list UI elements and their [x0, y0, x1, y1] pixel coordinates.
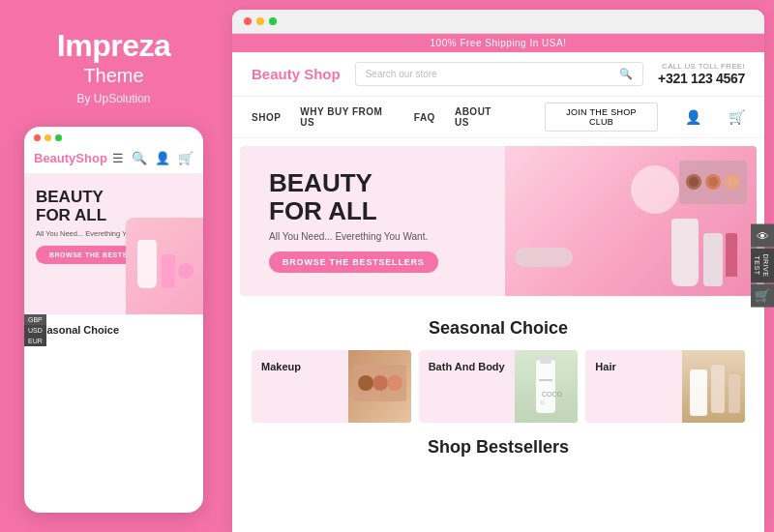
seasonal-card-makeup[interactable]: Makeup	[252, 350, 411, 423]
cosm-round	[631, 165, 679, 214]
mobile-menu-icon[interactable]: ☰	[112, 151, 124, 165]
svg-text:COCO: COCO	[542, 391, 563, 398]
svg-rect-19	[690, 369, 707, 416]
site-nav: SHOP WHY BUY FROM US FAQ ABOUT US JOIN T…	[232, 97, 764, 138]
cosm-bottle2	[703, 233, 723, 286]
seasonal-card-bath[interactable]: Bath And Body	[419, 350, 579, 423]
seasonal-title: Seasonal Choice	[252, 318, 745, 339]
browser-chrome	[232, 10, 764, 34]
left-panel: Impreza Theme By UpSolution BeautyShop ☰…	[0, 0, 227, 532]
palette-svg	[679, 161, 747, 204]
logo-beauty: Beauty	[252, 66, 300, 82]
makeup-label: Makeup	[261, 360, 301, 373]
join-club-btn[interactable]: JOIN THE SHOP CLUB	[545, 103, 658, 132]
brand-name: Impreza	[57, 29, 170, 63]
mobile-user-icon[interactable]: 👤	[155, 151, 170, 165]
mobile-dot-red	[34, 134, 41, 141]
currency-selector: GBP USD EUR	[24, 314, 46, 346]
hair-label: Hair	[595, 360, 615, 373]
phone-number: +321 123 4567	[658, 71, 745, 86]
contact-info: CALL US TOLL FREE! +321 123 4567	[658, 62, 745, 86]
bath-svg: COCO IL	[515, 350, 578, 423]
float-test-btn[interactable]: TESTDRIVE	[751, 249, 774, 283]
bestsellers-section: Shop Bestsellers	[232, 432, 764, 479]
hair-image	[682, 350, 745, 423]
svg-point-10	[372, 375, 388, 391]
mobile-mockup: BeautyShop ☰ 🔍 👤 🛒 BEAUTYFOR ALL All You…	[24, 127, 203, 513]
hero-image	[505, 146, 757, 296]
brand-subtitle: Theme	[83, 65, 143, 87]
nav-cart-icon[interactable]: 🛒	[729, 109, 745, 125]
hair-svg	[682, 350, 745, 423]
float-cart-btn[interactable]: 🛒	[751, 283, 774, 307]
svg-rect-15	[539, 379, 552, 381]
seasonal-grid: Makeup	[252, 350, 745, 423]
nav-user-icon[interactable]: 👤	[685, 109, 701, 125]
search-placeholder: Search our store	[366, 69, 437, 79]
makeup-svg	[348, 350, 411, 423]
mobile-seasonal: Seasonal Choice	[24, 314, 203, 340]
mobile-logo: BeautyShop	[34, 151, 107, 165]
seasonal-card-hair[interactable]: Hair	[585, 350, 745, 423]
nav-shop[interactable]: SHOP	[252, 112, 281, 123]
seasonal-section: Seasonal Choice Makeup	[232, 304, 764, 432]
hero-section: BEAUTYFOR ALL All You Need... Everething…	[240, 146, 757, 296]
bath-image: COCO IL	[515, 350, 578, 423]
browser-dot-red	[244, 17, 252, 25]
svg-point-5	[708, 177, 718, 187]
svg-text:IL: IL	[541, 399, 545, 405]
svg-point-6	[728, 177, 737, 187]
hero-text: BEAUTYFOR ALL All You Need... Everething…	[240, 146, 505, 296]
top-banner: 100% Free Shipping In USA!	[232, 34, 764, 52]
hero-title: BEAUTYFOR ALL	[269, 169, 476, 224]
svg-point-9	[358, 375, 373, 391]
bath-label: Bath And Body	[429, 360, 505, 373]
svg-rect-13	[536, 360, 555, 413]
hero-subtitle: All You Need... Everething You Want.	[269, 231, 476, 242]
currency-usd[interactable]: USD	[24, 325, 46, 336]
mobile-hero: BEAUTYFOR ALL All You Need... Everething…	[24, 174, 203, 314]
mobile-nav-icons: ☰ 🔍 👤 🛒	[112, 151, 194, 165]
currency-gbp[interactable]: GBP	[24, 314, 46, 325]
search-icon[interactable]: 🔍	[619, 68, 633, 80]
nav-why[interactable]: WHY BUY FROM US	[300, 106, 395, 128]
nav-faq[interactable]: FAQ	[414, 112, 435, 123]
mobile-top-bar	[24, 127, 203, 146]
mobile-hero-image	[126, 218, 203, 314]
float-eye-btn[interactable]: 👁	[751, 224, 774, 248]
mobile-logo-shop: Shop	[75, 151, 107, 165]
browser-dot-yellow	[256, 17, 264, 25]
svg-rect-14	[540, 356, 551, 364]
mobile-logo-beauty: Beauty	[34, 151, 75, 165]
svg-point-4	[689, 177, 699, 187]
logo-shop: Shop	[304, 66, 341, 82]
mobile-search-icon[interactable]: 🔍	[132, 151, 147, 165]
cosm-bottle1	[671, 219, 699, 286]
browser-dot-green	[269, 17, 277, 25]
hero-cosmetics	[505, 146, 757, 296]
cosm-lipstick	[726, 233, 737, 277]
svg-rect-20	[711, 365, 725, 413]
bestsellers-title: Shop Bestsellers	[252, 437, 745, 458]
mobile-dot-yellow	[45, 134, 51, 141]
browser-window: 100% Free Shipping In USA! Beauty Shop S…	[232, 10, 764, 532]
website-content: 100% Free Shipping In USA! Beauty Shop S…	[232, 34, 764, 532]
mobile-nav: BeautyShop ☰ 🔍 👤 🛒	[24, 146, 203, 174]
call-label: CALL US TOLL FREE!	[658, 62, 745, 71]
cosm-palette	[679, 161, 747, 204]
svg-point-11	[387, 375, 402, 391]
right-panel-wrapper: 100% Free Shipping In USA! Beauty Shop S…	[227, 0, 774, 532]
mobile-dot-green	[55, 134, 62, 141]
makeup-image	[348, 350, 411, 423]
cosm-tube	[515, 248, 573, 267]
nav-about[interactable]: ABOUT US	[455, 106, 506, 128]
mobile-cart-icon[interactable]: 🛒	[178, 151, 194, 165]
browse-bestsellers-btn[interactable]: BROWSE THE BESTSELLERS	[269, 251, 438, 273]
site-header: Beauty Shop Search our store 🔍 CALL US T…	[232, 52, 764, 97]
brand-by: By UpSolution	[76, 92, 150, 105]
floating-sidebar: 👁 TESTDRIVE 🛒	[751, 224, 774, 309]
svg-rect-21	[729, 374, 740, 413]
currency-eur[interactable]: EUR	[24, 336, 46, 346]
search-bar[interactable]: Search our store 🔍	[355, 62, 643, 86]
mobile-seasonal-title: Seasonal Choice	[34, 324, 194, 336]
